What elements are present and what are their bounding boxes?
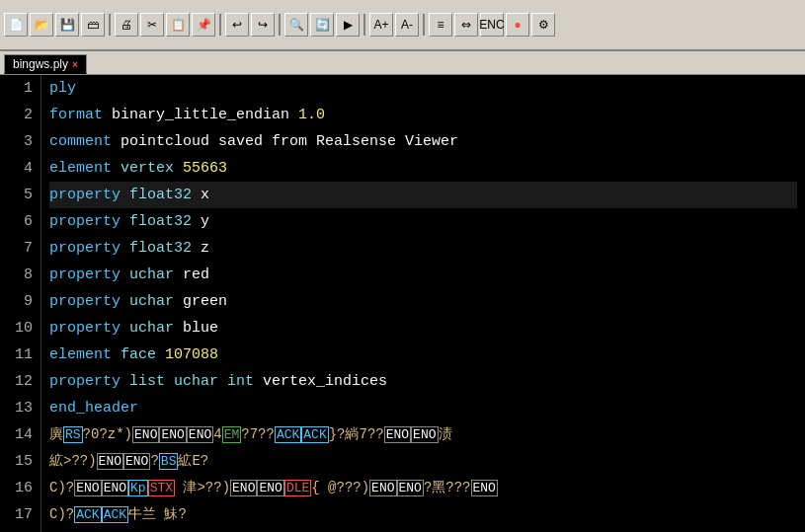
val-uchar-red: uchar: [129, 266, 183, 283]
val-face: face: [121, 346, 165, 363]
kw-end-header: end_header: [49, 400, 138, 417]
editor[interactable]: 1 2 3 4 5 6 7 8 9 10 11 12 13 14 15 16 1…: [0, 75, 805, 532]
line-num-16: 16: [8, 475, 33, 501]
bin14-eno4: ENO: [384, 426, 411, 443]
line-num-17: 17: [8, 501, 33, 528]
encoding-button[interactable]: ENC: [480, 13, 504, 37]
bin14-t4: ?7??: [241, 426, 275, 442]
bin17-t1: C)?: [49, 506, 74, 522]
val-red: red: [183, 266, 209, 283]
val-vertex: vertex: [121, 160, 183, 177]
separator-1: [109, 14, 111, 36]
kw-property-6: property: [49, 213, 121, 230]
bin14-t5: }?緔7??: [329, 426, 384, 442]
tab-filename: bingws.ply: [13, 57, 68, 71]
copy-button[interactable]: 📋: [166, 13, 190, 37]
bin16-t3: { @???): [311, 480, 369, 495]
line-num-5: 5: [8, 182, 33, 208]
val-uchar-green: uchar: [129, 293, 183, 310]
bin16-eno1: ENO: [74, 480, 101, 496]
bin16-dle: DLE: [284, 480, 311, 496]
line-num-18: 18: [8, 528, 33, 532]
bin15-t2: ?: [150, 453, 158, 469]
code-line-3: comment pointcloud saved from Realsense …: [49, 128, 797, 155]
bin15-t1: 絋>??): [49, 453, 97, 469]
replace-button[interactable]: 🔄: [310, 13, 334, 37]
save-button[interactable]: 💾: [55, 13, 79, 37]
line-num-13: 13: [8, 395, 33, 421]
line-num-4: 4: [8, 155, 33, 182]
code-line-2: format binary_little_endian 1.0: [49, 102, 797, 128]
val-float32-x: float32: [129, 187, 201, 203]
bin16-stx: STX: [148, 480, 175, 496]
separator-5: [423, 14, 425, 36]
undo-button[interactable]: ↩: [225, 13, 249, 37]
bin14-eno3: ENO: [187, 426, 213, 443]
line-num-10: 10: [8, 315, 33, 342]
line-num-15: 15: [8, 448, 33, 475]
bin16-t2: 津>??): [175, 480, 230, 495]
find-next-button[interactable]: ▶: [336, 13, 360, 37]
val-vertex-indices: vertex_indices: [263, 373, 387, 390]
open-button[interactable]: 📂: [30, 13, 53, 37]
cut-button[interactable]: ✂: [140, 13, 164, 37]
kw-element-2: element: [49, 346, 112, 363]
code-line-4: element vertex 55663: [49, 155, 797, 182]
paste-button[interactable]: 📌: [192, 13, 215, 37]
zoom-in-button[interactable]: A+: [369, 13, 393, 37]
new-button[interactable]: 📄: [4, 13, 28, 37]
line-num-3: 3: [8, 128, 33, 155]
kw-property-8: property: [49, 266, 121, 283]
code-line-12: property list uchar int vertex_indices: [49, 368, 797, 395]
val-viewer: Realsense Viewer: [316, 133, 458, 150]
bin14-t2: ?0?z*): [83, 426, 132, 442]
kw-from: from: [272, 133, 307, 150]
bin14-ack1: ACK: [275, 426, 301, 443]
line-num-8: 8: [8, 262, 33, 288]
code-line-15: 絋>??)ENOENO?BS絋E?: [49, 448, 797, 475]
col-button[interactable]: ≡: [429, 13, 452, 37]
code-line-7: property float32 z: [49, 235, 797, 262]
code-line-11: element face 107088: [49, 342, 797, 368]
tab-close-button[interactable]: ×: [72, 59, 78, 70]
code-line-13: end_header: [49, 395, 797, 421]
bin16-t4: ?黑???: [424, 480, 471, 495]
redo-button[interactable]: ↪: [251, 13, 275, 37]
code-line-5: property float32 x: [49, 182, 797, 208]
bin15-t3: 絋E?: [178, 453, 208, 469]
bin14-t6: 渍: [439, 426, 452, 442]
kw-element-1: element: [49, 160, 112, 177]
bin17-ack2: ACK: [102, 506, 128, 523]
line-numbers: 1 2 3 4 5 6 7 8 9 10 11 12 13 14 15 16 1…: [0, 75, 41, 532]
bin16-eno2: ENO: [102, 480, 128, 496]
kw-property-7: property: [49, 240, 121, 257]
line-num-14: 14: [8, 421, 33, 448]
bin14-text1: 廙: [49, 426, 63, 442]
bin16-kp: Kp: [128, 480, 148, 496]
code-line-17: C)?ACKACK㐄兰 鮇?: [49, 501, 797, 528]
hex-button[interactable]: ●: [506, 13, 529, 37]
bin16-t1: C)?: [49, 480, 74, 495]
file-tab[interactable]: bingws.ply ×: [4, 54, 87, 74]
find-button[interactable]: 🔍: [284, 13, 308, 37]
settings-button[interactable]: ⚙: [531, 13, 555, 37]
val-binary: binary_little_endian: [112, 107, 298, 123]
tabbar: bingws.ply ×: [0, 51, 805, 75]
line-num-2: 2: [8, 102, 33, 128]
val-uchar-blue: uchar: [129, 320, 183, 337]
val-y: y: [201, 213, 209, 230]
val-uchar-12: uchar: [174, 373, 227, 390]
val-comment-text: pointcloud saved: [121, 133, 272, 150]
code-line-8: property uchar red: [49, 262, 797, 288]
wrap-button[interactable]: ⇔: [454, 13, 478, 37]
save-all-button[interactable]: 🗃: [81, 13, 105, 37]
separator-4: [363, 14, 365, 36]
val-green: green: [183, 293, 227, 310]
keyword-ply: ply: [49, 80, 76, 97]
bin14-rs: RS: [63, 426, 83, 443]
zoom-out-button[interactable]: A-: [395, 13, 419, 37]
val-x: x: [201, 187, 209, 203]
bin14-eno5: ENO: [411, 426, 438, 443]
print-button[interactable]: 🖨: [115, 13, 138, 37]
line-num-11: 11: [8, 342, 33, 368]
